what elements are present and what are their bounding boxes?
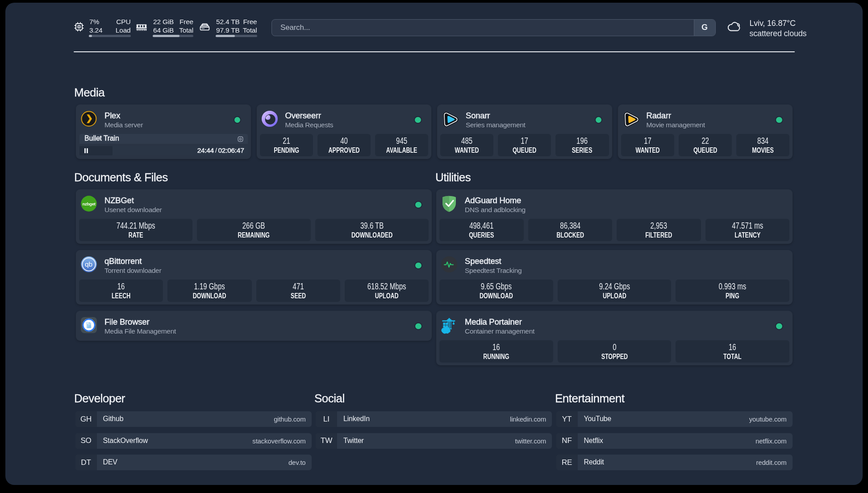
svg-text:qb: qb <box>85 260 92 268</box>
svg-text:nzbget: nzbget <box>82 201 96 206</box>
